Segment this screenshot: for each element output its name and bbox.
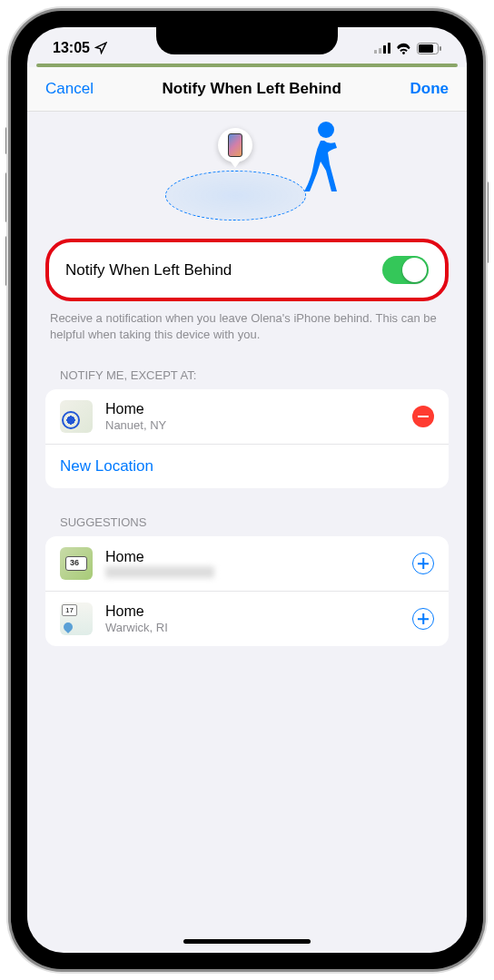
add-location-button[interactable] bbox=[412, 553, 434, 574]
location-services-icon bbox=[94, 42, 107, 54]
svg-rect-2 bbox=[383, 45, 386, 54]
map-thumbnail-icon bbox=[60, 603, 93, 635]
geofence-circle bbox=[165, 171, 306, 220]
cancel-button[interactable]: Cancel bbox=[45, 80, 94, 98]
exceptions-header: NOTIFY ME, EXCEPT AT: bbox=[45, 368, 449, 389]
svg-rect-1 bbox=[379, 48, 381, 54]
remove-location-button[interactable] bbox=[412, 406, 434, 427]
map-thumbnail-icon bbox=[60, 400, 93, 433]
phone-frame: 13:05 bbox=[11, 11, 483, 969]
add-location-button[interactable] bbox=[412, 608, 434, 630]
cellular-signal-icon bbox=[374, 43, 390, 54]
exception-row[interactable]: Home Nanuet, NY bbox=[45, 389, 449, 445]
suggestion-row[interactable]: Home Warwick, RI bbox=[45, 592, 449, 646]
svg-rect-6 bbox=[440, 46, 441, 51]
toggle-label: Notify When Left Behind bbox=[65, 261, 232, 279]
status-time: 13:05 bbox=[53, 40, 90, 56]
location-title: Home bbox=[105, 401, 400, 417]
location-subtitle: Nanuet, NY bbox=[105, 418, 400, 432]
new-location-button[interactable]: New Location bbox=[45, 445, 449, 488]
suggestions-list: Home Home Warwick, RI bbox=[45, 536, 449, 646]
notify-toggle-switch[interactable] bbox=[382, 256, 429, 284]
page-title: Notify When Left Behind bbox=[163, 80, 341, 98]
device-marker-icon bbox=[218, 128, 252, 162]
svg-rect-0 bbox=[374, 50, 377, 54]
walking-person-icon bbox=[299, 121, 344, 193]
navigation-bar: Cancel Notify When Left Behind Done bbox=[27, 67, 467, 112]
location-title: Home bbox=[105, 549, 400, 565]
home-indicator[interactable] bbox=[183, 939, 311, 944]
battery-icon bbox=[417, 43, 441, 54]
svg-rect-5 bbox=[419, 44, 433, 53]
exceptions-list: Home Nanuet, NY New Location bbox=[45, 389, 449, 488]
suggestions-header: SUGGESTIONS bbox=[45, 515, 449, 536]
notify-toggle-row: Notify When Left Behind bbox=[45, 239, 449, 301]
hero-illustration bbox=[27, 112, 467, 239]
wifi-icon bbox=[396, 43, 411, 54]
svg-rect-3 bbox=[388, 43, 390, 54]
location-subtitle: Warwick, RI bbox=[105, 621, 400, 634]
suggestion-row[interactable]: Home bbox=[45, 536, 449, 592]
location-subtitle-redacted bbox=[105, 566, 214, 578]
location-title: Home bbox=[105, 603, 400, 620]
done-button[interactable]: Done bbox=[410, 80, 449, 98]
description-text: Receive a notification when you leave Ol… bbox=[45, 310, 449, 343]
notch bbox=[156, 27, 338, 54]
svg-point-7 bbox=[318, 122, 334, 138]
map-thumbnail-icon bbox=[60, 547, 93, 580]
